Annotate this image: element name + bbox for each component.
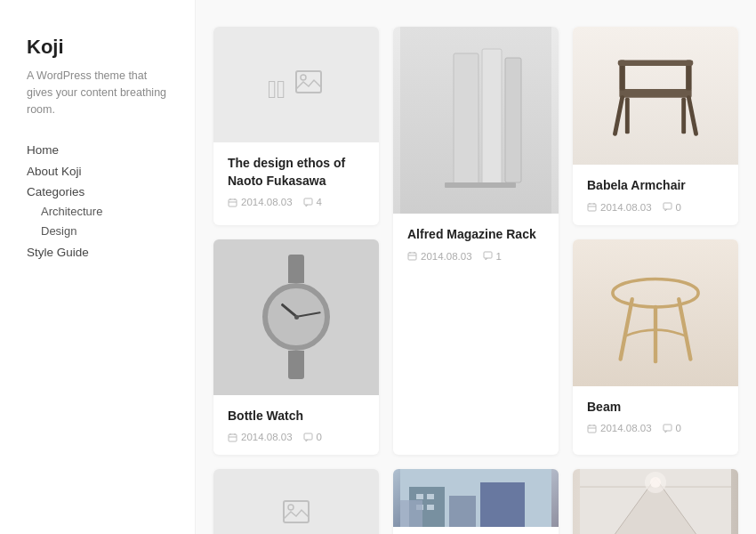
site-tagline: A WordPress theme that gives your conten…	[27, 68, 168, 117]
comment-icon	[663, 202, 672, 212]
calendar-icon	[587, 202, 597, 212]
card-comments: 0	[663, 202, 681, 213]
site-logo[interactable]: Koji	[27, 36, 168, 59]
card-title: Beam	[587, 399, 724, 417]
nav-architecture[interactable]: Architecture	[41, 205, 102, 218]
page-layout: Koji A WordPress theme that gives your c…	[0, 0, 756, 534]
svg-rect-58	[427, 505, 434, 510]
svg-rect-53	[449, 496, 476, 527]
svg-rect-44	[284, 501, 309, 522]
card-corridor[interactable]	[573, 469, 738, 534]
nav-about[interactable]: About Koji	[27, 165, 82, 178]
comment-icon	[303, 198, 313, 207]
card-title: Bottle Watch	[228, 408, 365, 425]
card-babela-armchair[interactable]: Babela Armchair 2014.08.03 0	[573, 27, 738, 225]
calendar-icon	[228, 198, 237, 207]
svg-rect-10	[505, 58, 521, 182]
card-meta: 2014.08.03 0	[587, 202, 724, 213]
card-grid: ✎⃣ The design ethos of Naoto Fukasawa	[213, 27, 738, 534]
svg-rect-29	[664, 203, 672, 209]
rack-illustration	[393, 27, 559, 214]
chair-illustration	[598, 47, 713, 145]
main-content: ✎⃣ The design ethos of Naoto Fukasawa	[196, 0, 756, 534]
svg-point-45	[288, 505, 294, 510]
svg-rect-55	[416, 494, 423, 499]
svg-rect-2	[229, 199, 237, 206]
card-comments: 0	[663, 423, 681, 433]
card-body: Bottle Watch 2014.08.03 0	[213, 395, 379, 456]
card-comments: 1	[483, 251, 502, 262]
card-trailer-objectified[interactable]: Trailer for Objectified 2014.08.03 0	[213, 469, 379, 534]
svg-point-67	[650, 477, 661, 488]
card-title: The design ethos of Naoto Fukasawa	[228, 155, 365, 190]
card-bottle-watch[interactable]: Bottle Watch 2014.08.03 0	[213, 239, 379, 456]
comment-icon	[303, 433, 313, 442]
card-meta: 2014.08.03 4	[228, 197, 365, 207]
card-body: Babela Armchair 2014.08.03 0	[573, 165, 738, 225]
sidebar-nav: Home About Koji Categories Architecture …	[27, 142, 168, 259]
card-image-chair	[573, 27, 738, 165]
card-date: 2014.08.03	[587, 423, 652, 433]
card-image-corridor	[573, 469, 738, 534]
svg-rect-16	[484, 252, 492, 258]
comment-icon	[663, 424, 672, 433]
calendar-icon	[587, 424, 597, 433]
svg-point-35	[613, 279, 698, 307]
nav-design[interactable]: Design	[41, 224, 76, 238]
svg-rect-30	[229, 434, 237, 441]
card-date: 2014.08.03	[228, 197, 293, 207]
image-placeholder-icon: ✎⃣	[268, 66, 325, 104]
card-architecture-building[interactable]	[393, 469, 559, 534]
svg-rect-22	[681, 97, 686, 134]
nav-home[interactable]: Home	[27, 143, 59, 157]
svg-rect-54	[480, 482, 525, 527]
card-title: Alfred Magazine Rack	[407, 226, 544, 244]
nav-categories-label: Categories	[27, 185, 168, 198]
card-image-watch	[213, 239, 379, 395]
svg-line-36	[621, 299, 632, 359]
nav-style-guide[interactable]: Style Guide	[27, 246, 89, 259]
card-image-placeholder: ✎⃣	[213, 27, 379, 142]
building-illustration	[393, 469, 559, 527]
comment-icon	[483, 251, 493, 261]
svg-rect-20	[618, 60, 694, 66]
card-comments: 4	[303, 197, 322, 207]
svg-rect-12	[408, 253, 416, 260]
svg-line-37	[679, 299, 690, 359]
card-image-stool	[573, 239, 738, 386]
card-title: Babela Armchair	[587, 177, 724, 195]
svg-rect-43	[664, 425, 672, 431]
svg-rect-39	[588, 425, 596, 433]
svg-line-23	[615, 97, 623, 134]
svg-point-1	[301, 75, 306, 80]
card-meta: 2014.08.03 0	[587, 423, 724, 433]
card-beam[interactable]: Beam 2014.08.03 0	[573, 239, 738, 456]
svg-rect-9	[482, 49, 502, 187]
svg-rect-34	[304, 433, 312, 440]
svg-line-24	[688, 97, 696, 134]
svg-rect-17	[619, 88, 691, 97]
card-design-ethos[interactable]: ✎⃣ The design ethos of Naoto Fukasawa	[213, 27, 379, 225]
svg-rect-59	[400, 500, 422, 527]
card-image-building	[393, 469, 559, 527]
svg-rect-6	[304, 198, 312, 205]
card-meta: 2014.08.03 1	[407, 251, 544, 262]
card-body: Beam 2014.08.03 0	[573, 386, 738, 447]
sidebar: Koji A WordPress theme that gives your c…	[0, 0, 196, 534]
card-date: 2014.08.03	[228, 432, 293, 442]
card-image-trailer	[213, 469, 379, 534]
card-body: Alfred Magazine Rack 2014.08.03 1	[393, 214, 559, 274]
card-magazine-rack[interactable]: Alfred Magazine Rack 2014.08.03 1	[393, 27, 559, 455]
corridor-illustration	[573, 469, 738, 534]
calendar-icon	[228, 433, 237, 442]
card-comments: 0	[303, 432, 322, 442]
card-meta: 2014.08.03 0	[228, 432, 365, 442]
svg-rect-21	[625, 97, 630, 134]
calendar-icon	[407, 251, 417, 261]
svg-rect-56	[427, 494, 434, 499]
card-date: 2014.08.03	[587, 202, 652, 213]
svg-rect-8	[454, 53, 479, 187]
card-image-rack	[393, 27, 559, 214]
image-placeholder-icon	[280, 496, 312, 528]
svg-rect-25	[588, 204, 596, 211]
